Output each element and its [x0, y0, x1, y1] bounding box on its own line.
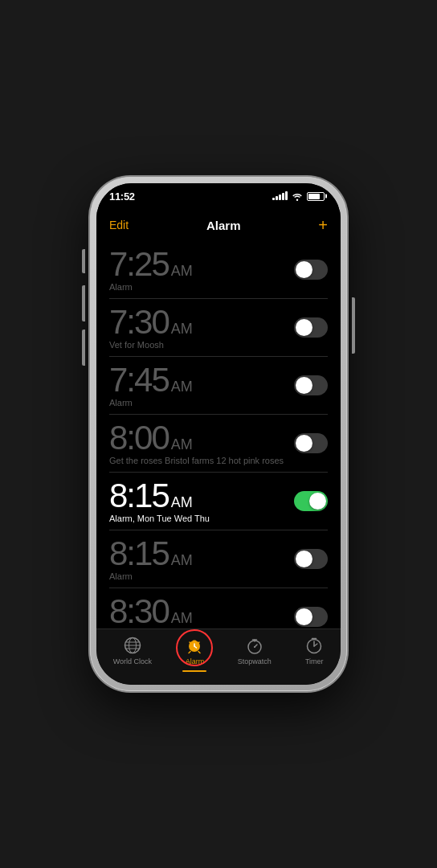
phone-screen: 11:52	[96, 183, 341, 685]
tab-world-clock[interactable]: World Clock	[113, 636, 152, 665]
tab-alarm[interactable]: Alarm	[185, 636, 204, 665]
alarm-toggle[interactable]	[294, 317, 328, 338]
alarm-item[interactable]: 8:30 AM Pitmad	[109, 588, 328, 628]
wifi-icon	[292, 192, 303, 201]
svg-point-17	[254, 646, 255, 648]
tab-stopwatch[interactable]: Stopwatch	[238, 636, 272, 665]
world-clock-icon	[123, 636, 142, 655]
add-alarm-button[interactable]: +	[318, 217, 328, 233]
alarm-item[interactable]: 7:45 AM Alarm	[109, 357, 328, 415]
signal-icon	[272, 192, 288, 200]
nav-bar: Edit Alarm +	[96, 209, 341, 241]
stopwatch-tab-label: Stopwatch	[238, 657, 272, 665]
alarm-active-ring	[176, 629, 213, 666]
alarm-item[interactable]: 8:15 AM Alarm, Mon Tue Wed Thu	[109, 473, 328, 530]
notch	[178, 183, 259, 201]
alarm-toggle[interactable]	[294, 549, 328, 569]
timer-icon	[304, 636, 324, 655]
alarm-list: 7:25 AM Alarm 7:30 AM Vet for Moosh	[96, 241, 341, 628]
status-icons	[272, 192, 325, 201]
edit-button[interactable]: Edit	[109, 219, 129, 231]
world-clock-tab-label: World Clock	[113, 657, 152, 665]
alarm-item[interactable]: 8:15 AM Alarm	[109, 530, 328, 588]
alarm-toggle[interactable]	[294, 375, 328, 395]
alarm-toggle[interactable]	[294, 491, 328, 511]
status-time: 11:52	[109, 190, 135, 203]
mute-button[interactable]	[82, 249, 85, 273]
alarm-item[interactable]: 8:00 AM Get the roses Bristol farms 12 h…	[109, 415, 328, 473]
alarm-toggle[interactable]	[294, 607, 328, 627]
page-title: Alarm	[206, 219, 241, 232]
alarm-item[interactable]: 7:30 AM Vet for Moosh	[109, 299, 328, 357]
tab-bar: World Clock	[96, 628, 341, 685]
tab-active-indicator	[182, 670, 206, 672]
alarm-toggle[interactable]	[294, 260, 328, 280]
timer-tab-label: Timer	[305, 657, 324, 665]
power-button[interactable]	[352, 297, 355, 354]
tab-timer[interactable]: Timer	[304, 636, 324, 665]
volume-up-button[interactable]	[82, 285, 85, 321]
alarm-item[interactable]: 7:25 AM Alarm	[109, 241, 328, 299]
alarm-toggle[interactable]	[294, 433, 328, 453]
battery-icon	[307, 192, 325, 201]
stopwatch-icon	[245, 636, 264, 655]
volume-down-button[interactable]	[82, 330, 85, 366]
phone-frame: 11:52	[90, 177, 347, 691]
